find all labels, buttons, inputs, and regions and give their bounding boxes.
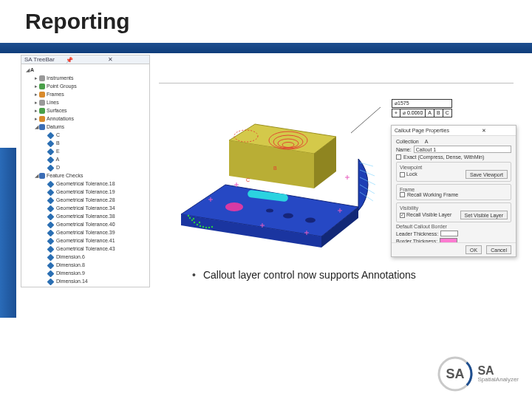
tree-feature-check[interactable]: Dimension.14: [42, 277, 148, 285]
tree-feature-check[interactable]: Geometrical Tolerance.34: [42, 204, 148, 212]
logo-icon: SA: [437, 356, 473, 392]
tree-feature-check[interactable]: Dimension.6: [42, 253, 148, 261]
group-icon: [39, 92, 45, 98]
tree-group[interactable]: ▸Point Groups: [33, 82, 148, 90]
tree-feature-check[interactable]: Geometrical Tolerance.18: [42, 180, 148, 188]
diamond-icon: [47, 253, 55, 261]
name-label: Name:: [396, 147, 412, 152]
pin-icon[interactable]: 📌: [66, 57, 104, 63]
ok-button[interactable]: OK: [466, 245, 482, 254]
tree-group[interactable]: ▸Annotations: [33, 115, 148, 123]
svg-text:C: C: [246, 177, 250, 183]
fcf-datum-b: B: [434, 109, 443, 117]
svg-point-37: [188, 215, 189, 216]
fcf-datum-a: A: [426, 109, 434, 117]
tree-datums[interactable]: ◢Datums C B E A D: [33, 123, 148, 171]
group-icon: [39, 75, 45, 81]
tree-feature-check[interactable]: Geometrical Tolerance.43: [42, 245, 148, 253]
content-divider: [159, 83, 514, 83]
svg-point-31: [200, 225, 201, 227]
close-icon[interactable]: ✕: [455, 127, 513, 134]
viewpoint-label: Viewpoint: [400, 165, 508, 170]
cancel-button[interactable]: Cancel: [486, 245, 511, 254]
dialog-titlebar[interactable]: Callout Page Properties ✕: [392, 126, 516, 136]
close-icon[interactable]: ✕: [108, 56, 146, 63]
frame-section-label: Frame: [400, 187, 508, 192]
tree-feature-check[interactable]: Geometrical Tolerance.40: [42, 220, 148, 228]
tree-datum[interactable]: E: [42, 147, 148, 155]
tree-feature-check[interactable]: Dimension.9: [42, 269, 148, 277]
svg-point-7: [225, 202, 243, 211]
svg-point-36: [189, 217, 191, 219]
tree-group[interactable]: ▸Frames: [33, 90, 148, 98]
diamond-icon: [47, 286, 55, 287]
svg-point-9: [305, 218, 316, 223]
svg-text:B: B: [273, 166, 277, 171]
3d-viewport[interactable]: B C: [159, 89, 381, 259]
treebar-panel: SA TreeBar 📌 ✕ ◢A ▸Instruments▸Point Gro…: [21, 55, 150, 287]
group-icon: [39, 83, 45, 89]
save-viewport-button[interactable]: Save Viewport: [466, 170, 508, 179]
fcf-symbol: ⌖: [392, 109, 400, 117]
diamond-icon: [47, 205, 55, 212]
tree-feature-check[interactable]: Geometrical Tolerance.38: [42, 212, 148, 220]
name-input[interactable]: Callout 1: [414, 146, 511, 153]
treebar-header: SA TreeBar 📌 ✕: [21, 55, 149, 64]
svg-point-29: [194, 222, 195, 223]
tree-group[interactable]: ▸Surfaces: [33, 106, 148, 115]
svg-point-38: [193, 218, 194, 219]
diamond-icon: [47, 221, 55, 228]
tree-feature-check[interactable]: Dimension.8: [42, 261, 148, 269]
bullet-marker: •: [192, 269, 196, 281]
logo-text: SA SpatialAnalyzer: [477, 365, 519, 383]
svg-point-34: [208, 227, 210, 228]
visibility-section-label: Visibility: [400, 205, 508, 211]
diamond-icon: [47, 270, 55, 277]
collection-value: A: [425, 139, 429, 144]
diamond-icon: [47, 229, 55, 236]
set-visible-layer-button[interactable]: Set Visible Layer: [460, 211, 508, 219]
slide-bullet: • Callout layer control now supports Ann…: [192, 269, 416, 281]
svg-line-47: [351, 107, 381, 133]
bullet-text: Callout layer control now supports Annot…: [203, 269, 416, 281]
tree-feature-checks[interactable]: ◢Feature Checks Geometrical Tolerance.18…: [33, 171, 148, 287]
fcf-datum-c: C: [443, 109, 451, 117]
treebar-title: SA TreeBar: [24, 56, 63, 63]
leader-color[interactable]: [440, 231, 458, 236]
group-icon: [39, 116, 45, 122]
diamond-icon: [47, 213, 55, 220]
diamond-icon: [47, 140, 55, 147]
tree-group[interactable]: ▸Instruments: [33, 74, 148, 82]
diamond-icon: [47, 188, 55, 196]
diamond-icon: [47, 237, 55, 245]
diamond-icon: [47, 148, 55, 155]
tree-root[interactable]: ◢A ▸Instruments▸Point Groups▸Frames▸Line…: [24, 66, 148, 287]
exact-checkbox[interactable]: [396, 154, 401, 160]
svg-point-10: [266, 209, 273, 213]
svg-point-30: [197, 224, 198, 225]
diamond-icon: [47, 197, 55, 204]
group-icon: [39, 100, 45, 106]
svg-point-39: [199, 222, 200, 223]
datums-icon: [39, 124, 45, 130]
tree-datum[interactable]: B: [42, 139, 148, 147]
recall-layer-label: Recall Visible Layer: [406, 212, 451, 217]
callout-fcf: ⌖ ⌀ 0.0060 A B C: [392, 109, 452, 117]
svg-point-32: [202, 226, 204, 228]
svg-point-33: [205, 227, 207, 228]
lock-checkbox[interactable]: [400, 172, 405, 177]
gdt-callout: ⌀1575 ⌖ ⌀ 0.0060 A B C: [392, 99, 452, 117]
tree-datum[interactable]: C: [42, 131, 148, 139]
tree-feature-check[interactable]: Geometrical Tolerance.42: [42, 285, 148, 287]
tree-feature-check[interactable]: Geometrical Tolerance.19: [42, 188, 148, 196]
page-title: Reporting: [25, 9, 130, 34]
tree-feature-check[interactable]: Geometrical Tolerance.39: [42, 228, 148, 236]
tree-datum[interactable]: D: [42, 163, 148, 171]
tree-group[interactable]: ▸Lines: [33, 98, 148, 106]
diamond-icon: [47, 278, 55, 285]
tree-datum[interactable]: A: [42, 155, 148, 163]
tree-feature-check[interactable]: Geometrical Tolerance.28: [42, 196, 148, 204]
recall-layer-checkbox[interactable]: [400, 213, 405, 218]
recall-frame-checkbox[interactable]: [400, 192, 405, 197]
tree-feature-check[interactable]: Geometrical Tolerance.41: [42, 236, 148, 245]
